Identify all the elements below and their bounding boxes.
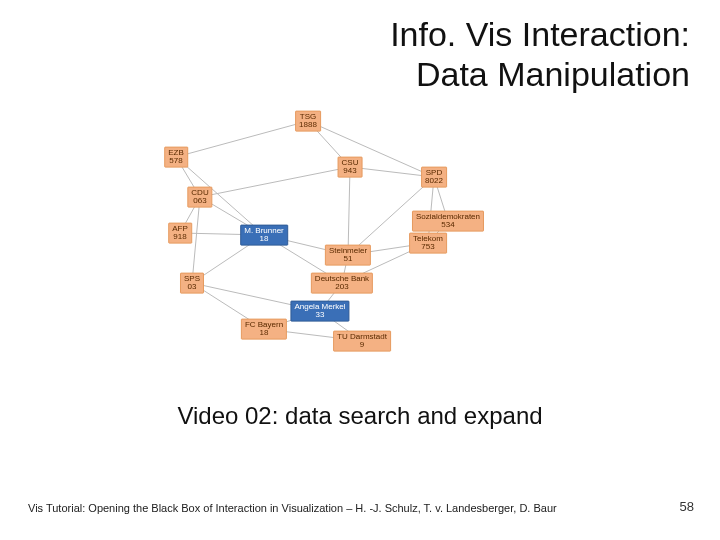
svg-line-9	[348, 167, 350, 255]
graph-node: SPD8022	[421, 167, 447, 188]
graph-node: TSG1888	[295, 111, 321, 132]
graph-node: SPS03	[180, 273, 204, 294]
graph-node: FC Bayern18	[241, 319, 287, 340]
graph-node: Angela Merkel33	[290, 301, 349, 322]
graph-node: Steinmeier51	[325, 245, 371, 266]
graph-node: CSU943	[338, 157, 363, 178]
graph-node: TU Darmstadt9	[333, 331, 391, 352]
network-graph: TSG1888EZB578CDU063CSU943SPD8022AFP918So…	[110, 105, 540, 375]
page-number: 58	[680, 499, 694, 514]
graph-node: CDU063	[187, 187, 212, 208]
svg-line-1	[176, 121, 308, 157]
graph-node: M. Brunner18	[240, 225, 288, 246]
graph-node: Sozialdemokraten534	[412, 211, 484, 232]
graph-node: Deutsche Bank203	[311, 273, 373, 294]
slide-title: Info. Vis Interaction:Data Manipulation	[390, 14, 690, 94]
footer-text: Vis Tutorial: Opening the Black Box of I…	[28, 502, 557, 514]
svg-line-2	[308, 121, 434, 177]
svg-line-5	[200, 167, 350, 197]
graph-node: AFP918	[168, 223, 192, 244]
graph-node: Telekom753	[409, 233, 447, 254]
slide: Info. Vis Interaction:Data Manipulation …	[0, 0, 720, 540]
slide-caption: Video 02: data search and expand	[0, 402, 720, 430]
graph-node: EZB578	[164, 147, 188, 168]
